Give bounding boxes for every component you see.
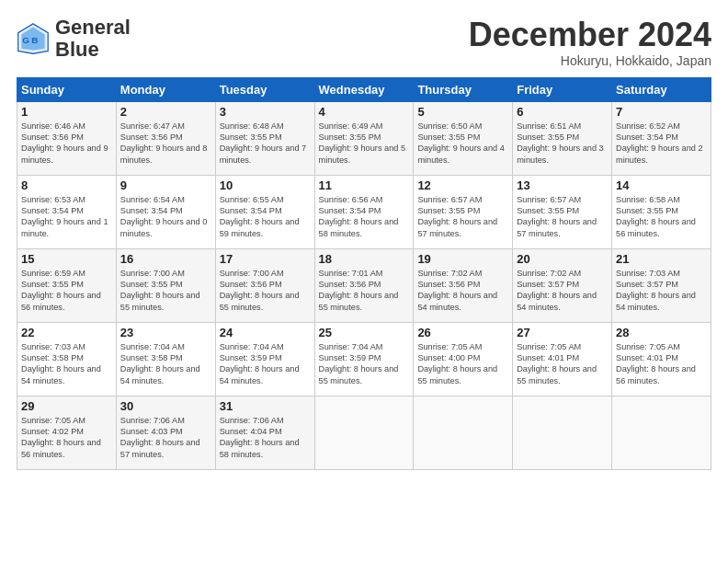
day-number: 14	[616, 178, 707, 192]
calendar-week-row: 8 Sunrise: 6:53 AM Sunset: 3:54 PM Dayli…	[17, 175, 711, 248]
calendar-cell: 18 Sunrise: 7:01 AM Sunset: 3:56 PM Dayl…	[314, 248, 414, 322]
calendar-header-row: SundayMondayTuesdayWednesdayThursdayFrid…	[17, 77, 711, 101]
day-number: 29	[21, 399, 112, 413]
sunset-text: Sunset: 4:04 PM	[220, 427, 282, 436]
day-info: Sunrise: 7:06 AM Sunset: 4:03 PM Dayligh…	[120, 415, 211, 461]
day-info: Sunrise: 6:56 AM Sunset: 3:54 PM Dayligh…	[319, 194, 410, 240]
day-number: 11	[319, 178, 410, 192]
daylight-text: Daylight: 8 hours and 59 minutes.	[220, 217, 300, 237]
header: G B General Blue December 2024 Hokuryu, …	[17, 17, 711, 68]
daylight-text: Daylight: 9 hours and 9 minutes.	[21, 144, 108, 164]
day-number: 1	[21, 105, 112, 119]
calendar-cell: 3 Sunrise: 6:48 AM Sunset: 3:55 PM Dayli…	[215, 101, 314, 175]
calendar-cell: 22 Sunrise: 7:03 AM Sunset: 3:58 PM Dayl…	[17, 322, 117, 396]
day-number: 22	[21, 326, 112, 339]
calendar-cell: 31 Sunrise: 7:06 AM Sunset: 4:04 PM Dayl…	[215, 396, 314, 469]
day-info: Sunrise: 7:05 AM Sunset: 4:02 PM Dayligh…	[21, 415, 112, 461]
day-of-week-header: Saturday	[612, 77, 711, 101]
day-info: Sunrise: 6:53 AM Sunset: 3:54 PM Dayligh…	[21, 194, 112, 240]
calendar-cell: 23 Sunrise: 7:04 AM Sunset: 3:58 PM Dayl…	[116, 322, 215, 396]
sunset-text: Sunset: 3:57 PM	[616, 280, 678, 289]
sunset-text: Sunset: 3:55 PM	[120, 280, 183, 289]
sunrise-text: Sunrise: 7:04 AM	[120, 342, 185, 351]
day-info: Sunrise: 7:02 AM Sunset: 3:57 PM Dayligh…	[517, 268, 608, 314]
day-number: 19	[417, 252, 508, 266]
day-info: Sunrise: 7:05 AM Sunset: 4:01 PM Dayligh…	[517, 341, 608, 387]
sunrise-text: Sunrise: 7:03 AM	[21, 342, 85, 351]
sunset-text: Sunset: 3:54 PM	[319, 206, 381, 215]
day-number: 10	[220, 178, 311, 192]
daylight-text: Daylight: 9 hours and 4 minutes.	[417, 144, 505, 164]
sunrise-text: Sunrise: 6:54 AM	[120, 195, 185, 204]
sunset-text: Sunset: 3:56 PM	[417, 280, 480, 289]
day-number: 27	[517, 326, 608, 339]
sunset-text: Sunset: 3:55 PM	[319, 132, 381, 142]
day-number: 20	[517, 252, 608, 266]
day-info: Sunrise: 7:05 AM Sunset: 4:01 PM Dayligh…	[616, 341, 707, 387]
day-info: Sunrise: 6:46 AM Sunset: 3:56 PM Dayligh…	[21, 121, 112, 167]
sunrise-text: Sunrise: 7:04 AM	[319, 342, 383, 351]
sunrise-text: Sunrise: 6:55 AM	[220, 195, 284, 204]
daylight-text: Daylight: 8 hours and 58 minutes.	[319, 217, 399, 237]
day-info: Sunrise: 7:01 AM Sunset: 3:56 PM Dayligh…	[319, 268, 410, 314]
calendar-cell: 29 Sunrise: 7:05 AM Sunset: 4:02 PM Dayl…	[17, 396, 117, 469]
sunset-text: Sunset: 4:01 PM	[517, 353, 579, 362]
calendar-cell: 8 Sunrise: 6:53 AM Sunset: 3:54 PM Dayli…	[17, 175, 117, 248]
daylight-text: Daylight: 9 hours and 7 minutes.	[220, 144, 307, 164]
sunrise-text: Sunrise: 7:00 AM	[220, 269, 284, 278]
daylight-text: Daylight: 9 hours and 0 minutes.	[120, 217, 208, 237]
calendar-cell: 26 Sunrise: 7:05 AM Sunset: 4:00 PM Dayl…	[414, 322, 513, 396]
sunset-text: Sunset: 3:56 PM	[21, 132, 84, 142]
day-info: Sunrise: 7:03 AM Sunset: 3:57 PM Dayligh…	[616, 268, 707, 314]
day-number: 18	[319, 252, 410, 266]
page: G B General Blue December 2024 Hokuryu, …	[0, 0, 728, 563]
day-info: Sunrise: 7:02 AM Sunset: 3:56 PM Dayligh…	[417, 268, 508, 314]
day-info: Sunrise: 6:51 AM Sunset: 3:55 PM Dayligh…	[517, 121, 608, 167]
day-of-week-header: Monday	[116, 77, 215, 101]
day-of-week-header: Thursday	[414, 77, 513, 101]
daylight-text: Daylight: 8 hours and 56 minutes.	[21, 291, 101, 311]
day-of-week-header: Sunday	[17, 77, 117, 101]
sunset-text: Sunset: 3:58 PM	[21, 353, 84, 362]
calendar-cell: 21 Sunrise: 7:03 AM Sunset: 3:57 PM Dayl…	[612, 248, 711, 322]
calendar-cell: 2 Sunrise: 6:47 AM Sunset: 3:56 PM Dayli…	[116, 101, 215, 175]
day-number: 7	[616, 105, 707, 119]
calendar-cell: 6 Sunrise: 6:51 AM Sunset: 3:55 PM Dayli…	[513, 101, 612, 175]
daylight-text: Daylight: 9 hours and 2 minutes.	[616, 144, 703, 164]
sunset-text: Sunset: 3:54 PM	[120, 206, 183, 215]
location-subtitle: Hokuryu, Hokkaido, Japan	[469, 53, 711, 68]
day-info: Sunrise: 6:57 AM Sunset: 3:55 PM Dayligh…	[417, 194, 508, 240]
sunrise-text: Sunrise: 7:06 AM	[220, 416, 284, 425]
day-number: 13	[517, 178, 608, 192]
day-number: 17	[220, 252, 311, 266]
sunset-text: Sunset: 4:02 PM	[21, 427, 84, 436]
day-info: Sunrise: 6:47 AM Sunset: 3:56 PM Dayligh…	[120, 121, 211, 167]
sunrise-text: Sunrise: 6:57 AM	[417, 195, 482, 204]
calendar-cell: 24 Sunrise: 7:04 AM Sunset: 3:59 PM Dayl…	[215, 322, 314, 396]
calendar-cell: 19 Sunrise: 7:02 AM Sunset: 3:56 PM Dayl…	[414, 248, 513, 322]
calendar-cell	[612, 396, 711, 469]
sunrise-text: Sunrise: 6:48 AM	[220, 121, 284, 131]
day-info: Sunrise: 7:00 AM Sunset: 3:55 PM Dayligh…	[120, 268, 211, 314]
daylight-text: Daylight: 8 hours and 56 minutes.	[616, 217, 696, 237]
day-of-week-header: Wednesday	[314, 77, 414, 101]
day-number: 9	[120, 178, 211, 192]
sunset-text: Sunset: 3:55 PM	[417, 206, 480, 215]
sunset-text: Sunset: 4:00 PM	[417, 353, 480, 362]
day-info: Sunrise: 7:05 AM Sunset: 4:00 PM Dayligh…	[417, 341, 508, 387]
day-info: Sunrise: 7:04 AM Sunset: 3:59 PM Dayligh…	[319, 341, 410, 387]
day-number: 4	[319, 105, 410, 119]
sunrise-text: Sunrise: 7:05 AM	[21, 416, 85, 425]
sunset-text: Sunset: 3:57 PM	[517, 280, 579, 289]
calendar-cell: 5 Sunrise: 6:50 AM Sunset: 3:55 PM Dayli…	[414, 101, 513, 175]
sunrise-text: Sunrise: 7:01 AM	[319, 269, 383, 278]
calendar-cell: 12 Sunrise: 6:57 AM Sunset: 3:55 PM Dayl…	[414, 175, 513, 248]
sunset-text: Sunset: 3:59 PM	[319, 353, 381, 362]
day-info: Sunrise: 7:04 AM Sunset: 3:58 PM Dayligh…	[120, 341, 211, 387]
calendar-cell: 17 Sunrise: 7:00 AM Sunset: 3:56 PM Dayl…	[215, 248, 314, 322]
daylight-text: Daylight: 8 hours and 55 minutes.	[417, 364, 497, 385]
calendar-cell: 11 Sunrise: 6:56 AM Sunset: 3:54 PM Dayl…	[314, 175, 414, 248]
day-info: Sunrise: 7:04 AM Sunset: 3:59 PM Dayligh…	[220, 341, 311, 387]
sunrise-text: Sunrise: 7:02 AM	[417, 269, 482, 278]
day-number: 23	[120, 326, 211, 339]
